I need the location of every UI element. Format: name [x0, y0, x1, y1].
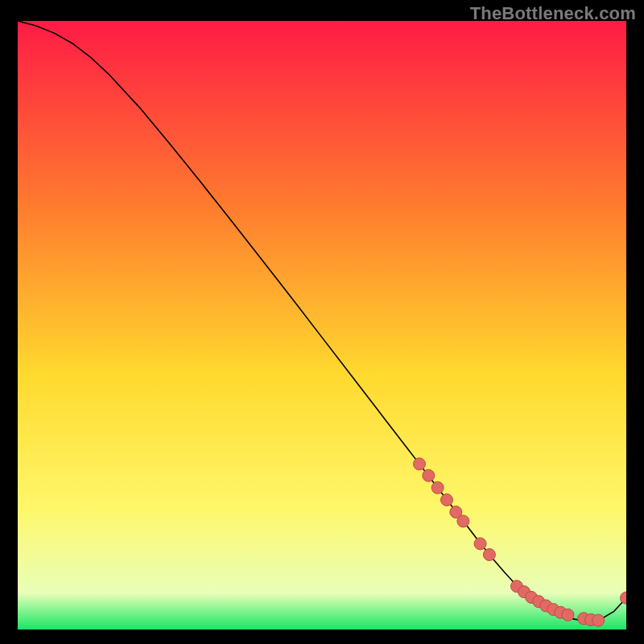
chart-frame: TheBottleneck.com — [0, 0, 644, 644]
data-marker — [440, 493, 452, 506]
data-marker — [413, 458, 425, 470]
data-marker — [423, 469, 435, 481]
data-marker — [457, 515, 469, 527]
data-marker — [592, 614, 605, 626]
data-marker — [474, 538, 486, 550]
data-marker — [562, 609, 574, 621]
data-marker — [483, 549, 495, 561]
bottleneck-chart — [18, 21, 626, 630]
gradient-background — [18, 21, 626, 630]
data-marker — [431, 481, 444, 493]
